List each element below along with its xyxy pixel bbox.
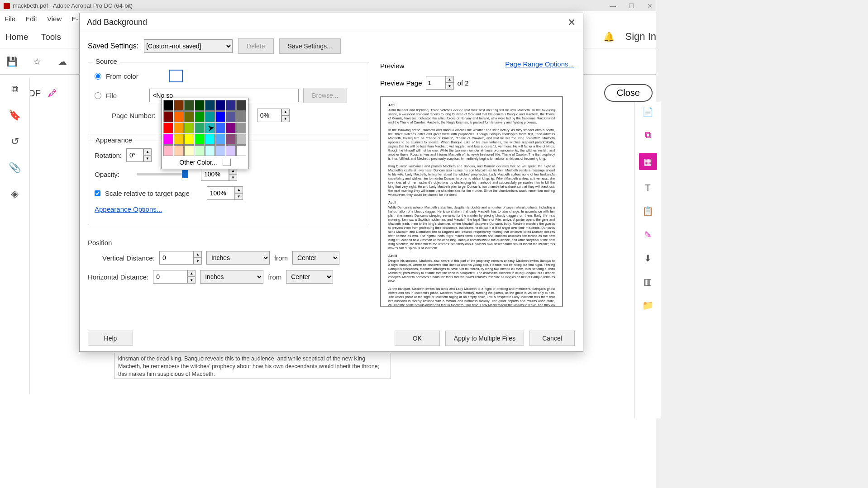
sign-icon[interactable]: ✎ [644,229,652,240]
color-cell[interactable] [163,100,173,111]
v-anchor-select[interactable]: Center [292,251,339,265]
cloud-upload-icon[interactable]: ☁ [56,55,69,68]
menu-file[interactable]: File [5,15,15,23]
color-cell[interactable] [215,145,225,156]
tab-home[interactable]: Home [5,32,29,42]
dialog-close-icon[interactable]: ✕ [568,17,576,28]
color-cell[interactable] [184,111,194,122]
color-cell[interactable] [195,123,205,133]
save-icon[interactable]: 💾 [5,55,18,68]
color-cell[interactable] [205,111,215,122]
color-cell[interactable] [226,145,236,156]
save-settings-button[interactable]: Save Settings... [279,38,341,54]
color-cell[interactable] [184,123,194,133]
from-color-radio[interactable] [95,73,101,80]
color-cell[interactable] [205,100,215,111]
history-icon[interactable]: ↺ [11,136,19,147]
color-cell[interactable] [215,100,225,111]
browse-button[interactable]: Browse... [303,88,347,103]
page-number-up[interactable]: ▲ [281,109,290,115]
color-cell[interactable] [163,111,173,122]
color-cell[interactable] [205,145,215,156]
delete-button[interactable]: Delete [238,38,273,54]
other-color-link[interactable]: Other Color... [179,159,217,166]
appearance-options-link[interactable]: Appearance Options... [95,205,162,213]
edit-tool-icon[interactable]: 🖉 [48,88,57,99]
file-radio[interactable] [95,92,101,99]
color-cell[interactable] [184,134,194,145]
attachment-icon[interactable]: 📎 [9,162,21,174]
color-cell[interactable] [236,145,246,156]
organize-icon[interactable]: ⬇ [644,253,652,264]
color-cell[interactable] [226,111,236,122]
opacity-down[interactable]: ▼ [229,174,237,181]
create-pdf-icon[interactable]: 📄 [642,106,653,117]
saved-settings-select[interactable]: [Custom-not saved] [144,39,233,53]
h-unit-select[interactable]: Inches [200,270,263,284]
compress-icon[interactable]: ▥ [644,276,652,287]
rotation-up[interactable]: ▲ [143,148,152,155]
preview-page-input[interactable] [426,76,446,90]
maximize-icon[interactable]: ☐ [629,2,634,9]
preview-page-down[interactable]: ▼ [446,83,454,90]
bookmark-icon[interactable]: 🔖 [9,109,21,121]
rotation-input[interactable] [126,148,143,162]
export-icon[interactable]: 📋 [642,206,653,217]
bell-icon[interactable]: 🔔 [603,31,615,42]
close-window-icon[interactable]: ✕ [647,2,653,9]
v-unit-select[interactable]: Inches [206,251,270,265]
v-dist-input[interactable] [159,251,194,265]
help-button[interactable]: Help [88,331,133,346]
pages-icon[interactable]: ⧉ [11,83,19,95]
apply-multiple-button[interactable]: Apply to Multiple Files [445,331,524,346]
rotation-down[interactable]: ▼ [143,155,152,162]
scale-checkbox[interactable] [95,190,100,196]
h-dist-down[interactable]: ▼ [187,277,196,284]
color-cell[interactable] [184,145,194,156]
color-cell[interactable] [163,145,173,156]
color-cell[interactable] [215,111,225,122]
color-cell[interactable] [226,100,236,111]
edit-pdf-tool-icon[interactable]: ▦ [639,153,657,170]
opacity-input[interactable] [201,167,229,181]
color-cell[interactable] [236,123,246,133]
preview-page-up[interactable]: ▲ [446,76,454,83]
color-cell[interactable] [236,111,246,122]
color-cell[interactable] [236,100,246,111]
color-cell[interactable] [184,100,194,111]
combine-icon[interactable]: ⧉ [645,130,651,140]
close-button[interactable]: Close [604,84,653,102]
color-cell[interactable] [195,111,205,122]
color-cell[interactable] [163,123,173,133]
scale-input[interactable] [207,186,235,200]
page-range-link[interactable]: Page Range Options... [505,60,574,68]
color-swatch[interactable] [169,70,183,82]
color-cell[interactable] [174,111,184,122]
color-cell[interactable] [174,134,184,145]
color-cell[interactable] [226,123,236,133]
color-cell[interactable] [174,123,184,133]
opacity-slider[interactable] [137,173,186,175]
color-cell[interactable] [195,100,205,111]
color-cell[interactable] [205,134,215,145]
more-tool-icon[interactable]: 📁 [642,300,653,311]
color-cell[interactable] [226,134,236,145]
layers-icon[interactable]: ◈ [11,188,19,200]
minimize-icon[interactable]: — [610,2,616,9]
tab-tools[interactable]: Tools [41,32,61,42]
star-icon[interactable]: ☆ [31,55,43,68]
page-number-down[interactable]: ▼ [281,115,290,122]
color-cell[interactable] [195,145,205,156]
v-dist-down[interactable]: ▼ [194,258,202,265]
sign-in-link[interactable]: Sign In [625,31,657,43]
color-cell[interactable] [174,100,184,111]
cancel-button[interactable]: Cancel [529,331,575,346]
color-cell[interactable] [174,145,184,156]
scale-up[interactable]: ▲ [235,186,243,193]
color-cell[interactable] [195,134,205,145]
other-color-swatch[interactable] [223,159,231,166]
color-cell[interactable] [215,123,225,133]
text-tool-icon[interactable]: T [645,183,650,193]
menu-edit[interactable]: Edit [25,15,37,23]
color-cell[interactable] [163,134,173,145]
